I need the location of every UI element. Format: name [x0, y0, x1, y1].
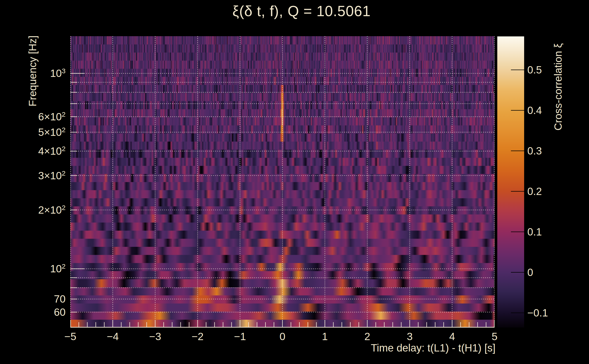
y-tick-label: 60 [54, 307, 65, 317]
colorbar-canvas [497, 36, 524, 328]
x-tick-label: 2 [364, 330, 370, 343]
heatmap-canvas [70, 36, 495, 328]
y-tick-label: 102 [50, 263, 65, 274]
x-tick-label: 4 [449, 330, 455, 343]
x-tick-label: 1 [322, 330, 328, 343]
y-axis-title: Frequency [Hz] [26, 35, 39, 106]
x-tick-label: 5 [491, 330, 497, 343]
colorbar-tick-label: −0.1 [527, 307, 548, 319]
y-tick-label: 6×102 [38, 111, 65, 122]
chart-title: ξ(δ t, f), Q = 10.5061 [232, 3, 371, 20]
colorbar-tick-label: 0 [527, 266, 533, 279]
x-tick-label: −2 [192, 330, 203, 343]
y-tick-label: 3×102 [38, 170, 65, 181]
x-tick-label: 0 [280, 330, 285, 343]
x-tick-label: −5 [64, 330, 76, 343]
y-tick-label: 70 [54, 294, 65, 304]
colorbar-tick-label: 0.1 [527, 226, 542, 238]
colorbar-tick-label: 0.4 [527, 104, 542, 117]
colorbar-title: Cross-correlation ξ [552, 43, 564, 130]
x-tick-label: −4 [107, 330, 118, 343]
figure: ξ(δ t, f), Q = 10.5061 Frequency [Hz] Ti… [0, 0, 589, 364]
y-tick-label: 103 [50, 68, 65, 78]
y-tick-label: 4×102 [38, 146, 65, 156]
colorbar-tick-label: 0.5 [527, 64, 542, 76]
colorbar-tick-label: 0.3 [527, 145, 542, 157]
x-tick-label: −1 [234, 330, 246, 343]
colorbar-tick-label: 0.2 [527, 185, 542, 197]
x-tick-label: 3 [407, 330, 413, 343]
y-tick-label: 2×102 [38, 205, 65, 215]
x-tick-label: −3 [149, 330, 161, 343]
y-tick-label: 5×102 [38, 127, 65, 137]
x-axis-title: Time delay: t(L1) - t(H1) [s] [371, 342, 496, 354]
